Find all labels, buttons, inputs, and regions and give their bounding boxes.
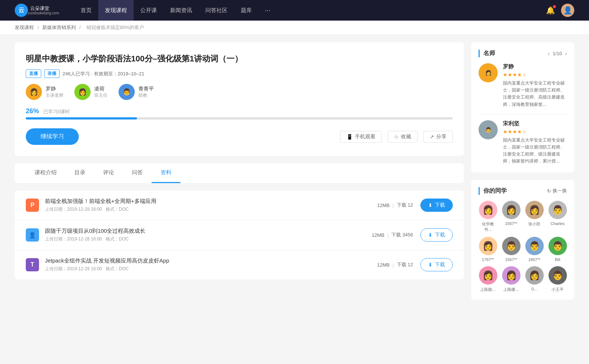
teacher-stars-2: ★★★★☆ bbox=[503, 129, 567, 135]
nav-news[interactable]: 新闻资讯 bbox=[163, 0, 199, 21]
teacher-card-info-1: 罗静 ★★★★☆ 国内某重点大学安全工程专业硕士，国家一级注册消防工程师、注册安… bbox=[503, 63, 567, 108]
user-avatar[interactable]: 👤 bbox=[561, 4, 574, 17]
main-layout: 明星中教授课，小学阶段语法100分–强化级第1讲动词（一） 直播 录播 246人… bbox=[0, 35, 589, 307]
resource-item-3: T Jetpack全组件实战 开发短视频应用高仿皮皮虾App 上传日期：2019… bbox=[15, 250, 464, 279]
teacher-name-1: 罗静 bbox=[46, 86, 63, 92]
panel-next-btn[interactable]: › bbox=[565, 50, 567, 57]
teacher-avatar-1: 👩 bbox=[26, 84, 42, 100]
tabs-bar: 课程介绍 目录 评论 问答 资料 bbox=[15, 163, 464, 183]
classmate-name-11: 0... bbox=[532, 287, 537, 291]
nav-more[interactable]: ··· bbox=[258, 0, 277, 21]
classmate-name-6: 1567** bbox=[505, 257, 517, 262]
breadcrumb-link-discover[interactable]: 发现课程 bbox=[15, 25, 34, 30]
panel-prev-btn[interactable]: ‹ bbox=[548, 50, 550, 57]
classmate-item-5: 👩 1767** bbox=[479, 237, 497, 262]
progress-section: 26% 已学习0课时 bbox=[26, 107, 453, 119]
classmate-name-2: 1567** bbox=[505, 221, 517, 226]
panel-page: 1/10 bbox=[553, 51, 562, 56]
nav-qa[interactable]: 问答社区 bbox=[199, 0, 234, 21]
bell-icon[interactable]: 🔔 bbox=[546, 6, 555, 15]
resource-stats-1: 12MB | 下载 12 bbox=[377, 202, 413, 208]
teacher-item-2: 👩 凌荷 班主任 bbox=[74, 84, 107, 100]
classmate-avatar-12: 👨 bbox=[549, 266, 567, 285]
share-button[interactable]: ↗ 分享 bbox=[423, 131, 453, 143]
classmate-avatar-3: 👩 bbox=[525, 201, 544, 219]
classmate-item-12: 👨 小王平 bbox=[548, 266, 567, 292]
classmate-avatar-5: 👩 bbox=[479, 237, 497, 255]
phone-watch-button[interactable]: 📱 手机观看 bbox=[340, 131, 382, 143]
course-badges: 直播 录播 246人已学习 · 有效期至：2019–10–21 bbox=[26, 69, 453, 78]
continue-button[interactable]: 继续学习 bbox=[26, 128, 79, 145]
logo-icon: 云 bbox=[15, 4, 28, 17]
tab-resources[interactable]: 资料 bbox=[152, 163, 180, 183]
nav-home[interactable]: 首页 bbox=[74, 0, 98, 21]
classmate-avatar-2: 👩 bbox=[502, 201, 521, 219]
classmate-item-1: 👩 化学教书... bbox=[479, 201, 497, 232]
teacher-card-avatar-2: 👨 bbox=[479, 120, 498, 139]
classmate-avatar-1: 👩 bbox=[479, 201, 497, 219]
classmate-name-1: 化学教书... bbox=[479, 221, 497, 232]
classmate-avatar-6: 👨 bbox=[502, 237, 521, 255]
nav-exam[interactable]: 题库 bbox=[234, 0, 258, 21]
teacher-card-2: 👨 宋利坚 ★★★★☆ 国内某重点大学安全工程专业硕士，国家一级注册消防工程师、… bbox=[479, 120, 567, 165]
teacher-role-1: 主讲老师 bbox=[46, 92, 63, 99]
course-card: 明星中教授课，小学阶段语法100分–强化级第1讲动词（一） 直播 录播 246人… bbox=[15, 42, 464, 156]
refresh-button[interactable]: ↻ 换一换 bbox=[547, 188, 567, 194]
classmate-item-10: 👩 上陈楼... bbox=[502, 266, 521, 292]
resource-meta-3: 上传日期：2019-12-28 16:00 格式：DOC bbox=[45, 266, 377, 272]
panel-header: 名师 ‹ 1/10 › bbox=[479, 50, 567, 57]
resource-item-2: 👤 跟随千万级项目从0到100全过程高效成长 上传日期：2019-12-28 1… bbox=[15, 220, 464, 250]
download-button-2[interactable]: ⬇ 下载 bbox=[420, 228, 453, 242]
classmate-item-2: 👩 1567** bbox=[502, 201, 521, 232]
classmate-name-12: 小王平 bbox=[551, 287, 564, 292]
notification-dot bbox=[553, 5, 556, 8]
classmate-name-9: 上陈能... bbox=[480, 287, 495, 292]
badge-record: 录播 bbox=[44, 69, 60, 78]
nav-discover[interactable]: 发现课程 bbox=[98, 0, 134, 21]
classmates-title: 你的同学 bbox=[479, 187, 507, 195]
classmate-item-11: 👩 0... bbox=[525, 266, 544, 292]
collect-button[interactable]: ☆ 收藏 bbox=[388, 131, 417, 143]
badge-live: 直播 bbox=[26, 69, 41, 78]
nav-public[interactable]: 公开课 bbox=[134, 0, 163, 21]
nav-items: 首页 发现课程 公开课 新闻资讯 问答社区 题库 ··· bbox=[74, 0, 546, 21]
resource-icon-3: T bbox=[26, 258, 39, 271]
teacher-name-3: 青青平 bbox=[138, 86, 154, 92]
resource-meta-2: 上传日期：2019-12-28 16:00 格式：DOC bbox=[45, 236, 372, 242]
teacher-card-desc-2: 国内某重点大学安全工程专业硕士，国家一级注册消防工程师、注册安全工程师、级注册建… bbox=[503, 137, 567, 165]
classmate-avatar-7: 👨 bbox=[525, 237, 544, 255]
classmate-name-3: 张小田 bbox=[528, 221, 540, 227]
teacher-item-1: 👩 罗静 主讲老师 bbox=[26, 84, 63, 100]
course-actions: 继续学习 📱 手机观看 ☆ 收藏 ↗ 分享 bbox=[26, 128, 453, 145]
resource-info-1: 前端全栈加强版！前端全栈+全周期+多端应用 上传日期：2019-12-28 16… bbox=[45, 198, 377, 213]
teacher-card-desc-1: 国内某重点大学安全工程专业硕士，国家一级注册消防工程师、注册安全工程师、高级注册… bbox=[503, 80, 567, 108]
logo[interactable]: 云 云朵课堂 yundouketang.com bbox=[15, 4, 59, 17]
star-icon: ☆ bbox=[394, 134, 399, 140]
tab-comment[interactable]: 评论 bbox=[94, 163, 123, 183]
tab-intro[interactable]: 课程介绍 bbox=[26, 163, 66, 183]
progress-fill bbox=[26, 117, 137, 119]
download-icon-3: ⬇ bbox=[428, 262, 433, 268]
classmate-avatar-4: 👨 bbox=[549, 201, 567, 219]
resource-name-1: 前端全栈加强版！前端全栈+全周期+多端应用 bbox=[45, 198, 377, 205]
download-button-1[interactable]: ⬇ 下载 bbox=[420, 199, 453, 212]
tab-qa[interactable]: 问答 bbox=[123, 163, 152, 183]
classmate-item-8: 👨 Bill bbox=[548, 237, 567, 262]
breadcrumb-sep-2: / bbox=[79, 25, 82, 30]
download-icon-1: ⬇ bbox=[428, 202, 433, 208]
teacher-avatar-2: 👩 bbox=[74, 84, 91, 100]
navbar: 云 云朵课堂 yundouketang.com 首页 发现课程 公开课 新闻资讯… bbox=[0, 0, 589, 21]
download-button-3[interactable]: ⬇ 下载 bbox=[420, 258, 453, 271]
course-meta: 246人已学习 · 有效期至：2019–10–21 bbox=[63, 71, 144, 77]
breadcrumb-link-series[interactable]: 新媒体营销系列 bbox=[42, 25, 76, 30]
teacher-card-info-2: 宋利坚 ★★★★☆ 国内某重点大学安全工程专业硕士，国家一级注册消防工程师、注册… bbox=[503, 120, 567, 165]
resource-stats-3: 12MB | 下载 12 bbox=[377, 261, 413, 268]
classmate-avatar-10: 👩 bbox=[502, 266, 521, 285]
classmate-avatar-8: 👨 bbox=[549, 237, 567, 255]
classmate-item-7: 👨 1867** bbox=[525, 237, 544, 262]
teacher-role-2: 班主任 bbox=[94, 92, 107, 99]
teacher-card-1: 👩 罗静 ★★★★☆ 国内某重点大学安全工程专业硕士，国家一级注册消防工程师、注… bbox=[479, 63, 567, 114]
share-icon: ↗ bbox=[430, 134, 434, 140]
resource-meta-1: 上传日期：2019-12-28 16:00 格式：DOC bbox=[45, 206, 377, 213]
tab-catalog[interactable]: 目录 bbox=[66, 163, 94, 183]
